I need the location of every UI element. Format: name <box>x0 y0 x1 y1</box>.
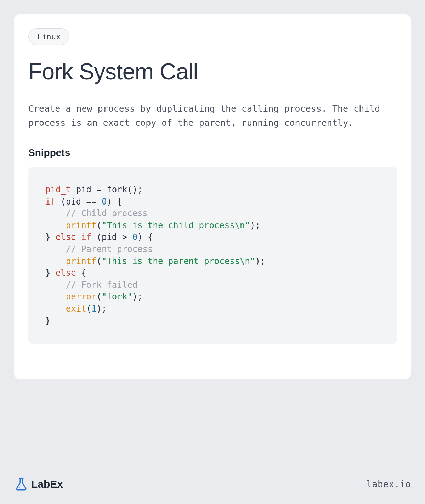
content-card: Linux Fork System Call Create a new proc… <box>14 14 411 379</box>
flask-icon <box>14 477 28 491</box>
brand-name: LabEx <box>31 478 63 490</box>
topic-badge: Linux <box>28 28 69 45</box>
footer-url: labex.io <box>367 479 411 489</box>
code-block: pid_t pid = fork(); if (pid == 0) { // C… <box>28 167 397 344</box>
snippets-heading: Snippets <box>28 147 397 158</box>
page-title: Fork System Call <box>28 58 397 85</box>
code-content: pid_t pid = fork(); if (pid == 0) { // C… <box>45 185 265 326</box>
svg-point-0 <box>19 487 20 488</box>
description-text: Create a new process by duplicating the … <box>28 102 397 130</box>
footer: LabEx labex.io <box>14 477 411 491</box>
brand-logo: LabEx <box>14 477 63 491</box>
